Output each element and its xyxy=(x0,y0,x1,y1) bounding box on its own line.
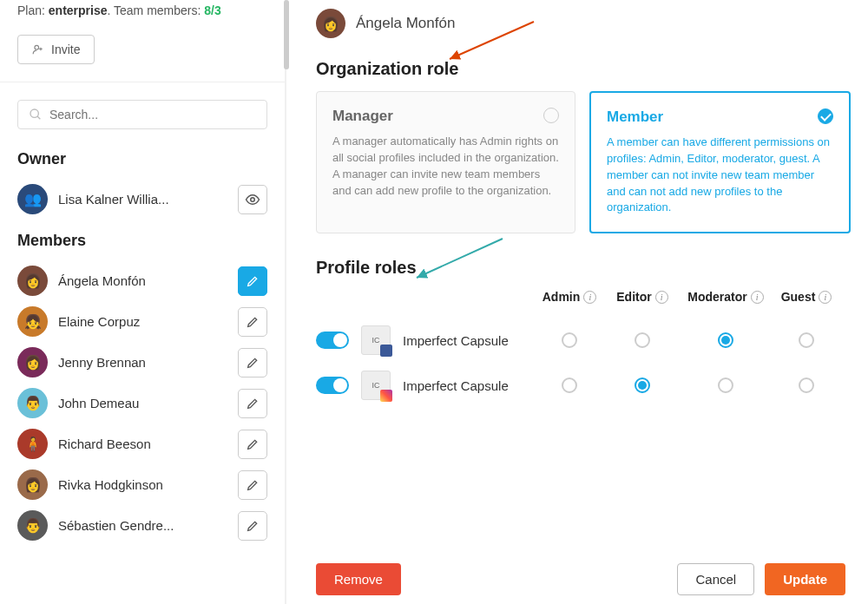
pencil-icon xyxy=(246,315,260,329)
profile-row: IC Imperfect Capsule xyxy=(316,318,851,363)
owner-heading: Owner xyxy=(17,150,267,168)
svg-point-1 xyxy=(30,109,38,117)
edit-button[interactable] xyxy=(238,430,267,459)
search-box[interactable] xyxy=(17,100,267,129)
member-row[interactable]: 👩 Jenny Brennan xyxy=(17,342,267,383)
radio-unchecked-icon xyxy=(543,108,559,123)
facebook-badge-icon xyxy=(380,345,392,357)
profile-name: Imperfect Capsule xyxy=(403,333,509,348)
role-desc: A manager automatically has Admin rights… xyxy=(332,134,559,199)
profile-roles-heading: Profile roles xyxy=(316,258,851,278)
avatar: 🧍 xyxy=(17,429,48,459)
edit-button[interactable] xyxy=(238,511,267,541)
sidebar: Plan: enterprise. Team members: 8/3 Invi… xyxy=(0,0,286,604)
radio-guest[interactable] xyxy=(799,378,814,393)
member-row[interactable]: 👨 Sébastien Gendre... xyxy=(17,505,267,546)
footer-actions: Remove Cancel Update xyxy=(316,563,845,595)
col-admin: Admini xyxy=(533,290,606,304)
col-moderator: Moderatori xyxy=(679,290,773,304)
avatar: 👥 xyxy=(17,184,48,214)
person-plus-icon xyxy=(32,43,44,56)
search-input[interactable] xyxy=(49,108,256,121)
avatar: 👩 xyxy=(17,266,48,296)
col-guest: Guesti xyxy=(773,290,840,304)
radio-guest[interactable] xyxy=(799,332,814,348)
pencil-icon xyxy=(246,437,260,451)
edit-button[interactable] xyxy=(238,266,267,296)
member-row[interactable]: 👨 John Demeau xyxy=(17,383,267,423)
member-name: Richard Beeson xyxy=(58,437,227,451)
profile-name: Imperfect Capsule xyxy=(403,378,509,393)
search-icon xyxy=(29,108,43,121)
roles-header: Admini Editori Moderatori Guesti xyxy=(316,290,851,304)
pencil-icon xyxy=(246,356,260,370)
profile-toggle[interactable] xyxy=(316,377,349,394)
info-icon[interactable]: i xyxy=(655,291,668,304)
profile-row: IC Imperfect Capsule xyxy=(316,363,851,408)
info-icon[interactable]: i xyxy=(583,291,596,304)
member-name: Sébastien Gendre... xyxy=(58,518,227,533)
eye-icon xyxy=(245,192,260,207)
role-title: Manager xyxy=(332,108,559,125)
radio-moderator[interactable] xyxy=(718,332,733,348)
col-editor: Editori xyxy=(606,290,679,304)
radio-editor[interactable] xyxy=(635,332,650,348)
cancel-button[interactable]: Cancel xyxy=(677,563,754,595)
avatar: 👨 xyxy=(17,388,48,418)
avatar: 👩 xyxy=(17,347,48,378)
main-panel: 👩 Ángela Monfón Organization role Manage… xyxy=(316,0,851,604)
team-label: . Team members: xyxy=(108,3,205,17)
plan-summary: Plan: enterprise. Team members: 8/3 xyxy=(17,3,267,17)
svg-point-0 xyxy=(35,45,39,49)
plan-prefix: Plan: xyxy=(17,3,49,17)
member-row[interactable]: 👩 Rivka Hodgkinson xyxy=(17,464,267,505)
svg-point-2 xyxy=(251,197,255,201)
remove-button[interactable]: Remove xyxy=(316,563,401,595)
user-header: 👩 Ángela Monfón xyxy=(316,9,851,38)
scrollbar-thumb[interactable] xyxy=(284,0,289,69)
owner-name: Lisa Kalner Willia... xyxy=(58,192,227,207)
member-name: John Demeau xyxy=(58,396,227,410)
pencil-icon xyxy=(246,274,260,288)
role-cards: Manager A manager automatically has Admi… xyxy=(316,91,851,233)
user-name: Ángela Monfón xyxy=(356,15,455,32)
role-card-member[interactable]: Member A member can have different permi… xyxy=(589,91,851,233)
info-icon[interactable]: i xyxy=(819,291,832,304)
radio-editor[interactable] xyxy=(635,378,650,393)
invite-button[interactable]: Invite xyxy=(17,35,95,64)
divider xyxy=(0,82,285,82)
plan-name: enterprise xyxy=(49,3,108,17)
edit-button[interactable] xyxy=(238,348,267,378)
profile-thumbnail: IC xyxy=(361,325,391,355)
avatar: 👩 xyxy=(316,9,345,38)
radio-admin[interactable] xyxy=(562,332,577,348)
edit-button[interactable] xyxy=(238,470,267,500)
member-name: Rivka Hodgkinson xyxy=(58,477,227,492)
profile-toggle[interactable] xyxy=(316,332,349,349)
radio-admin[interactable] xyxy=(562,378,577,393)
edit-button[interactable] xyxy=(238,389,267,418)
role-desc: A member can have different permissions … xyxy=(607,135,833,216)
owner-row[interactable]: 👥 Lisa Kalner Willia... xyxy=(17,179,267,220)
member-row[interactable]: 👧 Elaine Corpuz xyxy=(17,301,267,342)
role-title: Member xyxy=(607,108,833,126)
avatar: 👩 xyxy=(17,469,48,500)
avatar: 👧 xyxy=(17,306,48,337)
member-row[interactable]: 🧍 Richard Beeson xyxy=(17,423,267,464)
view-button[interactable] xyxy=(238,185,267,214)
role-card-manager[interactable]: Manager A manager automatically has Admi… xyxy=(316,91,575,233)
team-count: 8/3 xyxy=(204,3,220,17)
pencil-icon xyxy=(246,478,260,492)
member-name: Elaine Corpuz xyxy=(58,314,227,329)
update-button[interactable]: Update xyxy=(765,563,845,595)
member-name: Jenny Brennan xyxy=(58,355,227,370)
radio-moderator[interactable] xyxy=(718,378,733,393)
invite-label: Invite xyxy=(51,43,80,56)
avatar: 👨 xyxy=(17,510,48,541)
pencil-icon xyxy=(246,519,260,533)
edit-button[interactable] xyxy=(238,307,267,337)
info-icon[interactable]: i xyxy=(751,291,764,304)
member-row[interactable]: 👩 Ángela Monfón xyxy=(17,260,267,301)
members-heading: Members xyxy=(17,232,267,250)
member-name: Ángela Monfón xyxy=(58,273,227,288)
